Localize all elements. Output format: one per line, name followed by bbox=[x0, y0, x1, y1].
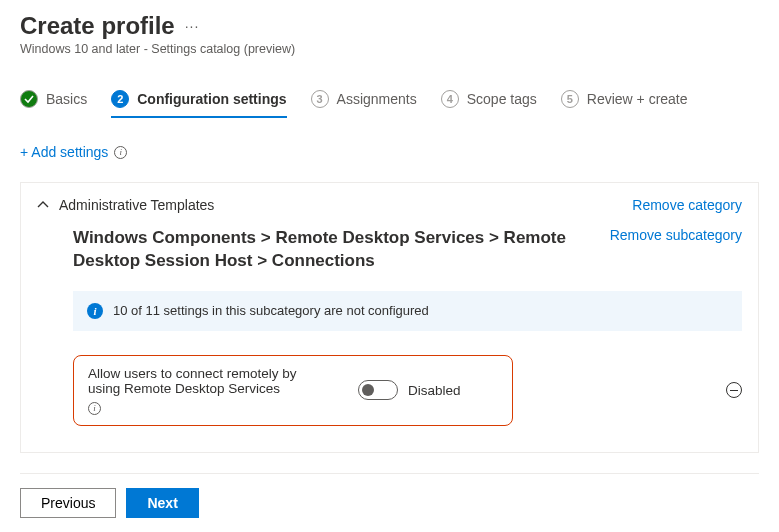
remove-subcategory-link[interactable]: Remove subcategory bbox=[610, 227, 742, 243]
tab-label: Review + create bbox=[587, 91, 688, 107]
remove-setting-icon[interactable] bbox=[726, 382, 742, 398]
info-banner: i 10 of 11 settings in this subcategory … bbox=[73, 291, 742, 331]
step-number-icon: 3 bbox=[311, 90, 329, 108]
check-icon bbox=[20, 90, 38, 108]
chevron-up-icon[interactable] bbox=[37, 199, 49, 211]
subcategory-breadcrumb: Windows Components > Remote Desktop Serv… bbox=[73, 227, 573, 273]
category-title: Administrative Templates bbox=[59, 197, 214, 213]
info-icon[interactable]: i bbox=[88, 402, 101, 415]
page-subtitle: Windows 10 and later - Settings catalog … bbox=[20, 42, 759, 56]
more-icon[interactable]: ··· bbox=[185, 18, 200, 34]
info-icon: i bbox=[87, 303, 103, 319]
toggle-state-label: Disabled bbox=[408, 383, 461, 398]
tab-label: Scope tags bbox=[467, 91, 537, 107]
setting-highlight: Allow users to connect remotely by using… bbox=[73, 355, 513, 426]
tab-label: Assignments bbox=[337, 91, 417, 107]
tab-basics[interactable]: Basics bbox=[20, 90, 87, 118]
tab-assignments[interactable]: 3 Assignments bbox=[311, 90, 417, 118]
wizard-footer: Previous Next bbox=[20, 473, 759, 518]
category-card: Administrative Templates Remove category… bbox=[20, 182, 759, 453]
remove-category-link[interactable]: Remove category bbox=[632, 197, 742, 213]
tab-configuration-settings[interactable]: 2 Configuration settings bbox=[111, 90, 286, 118]
info-icon[interactable]: i bbox=[114, 146, 127, 159]
info-banner-text: 10 of 11 settings in this subcategory ar… bbox=[113, 303, 429, 318]
step-number-icon: 5 bbox=[561, 90, 579, 108]
step-number-icon: 4 bbox=[441, 90, 459, 108]
setting-label: Allow users to connect remotely by using… bbox=[88, 366, 318, 415]
setting-row: Allow users to connect remotely by using… bbox=[73, 355, 742, 426]
wizard-tabs: Basics 2 Configuration settings 3 Assign… bbox=[20, 90, 759, 118]
tab-label: Configuration settings bbox=[137, 91, 286, 107]
tab-review-create[interactable]: 5 Review + create bbox=[561, 90, 688, 118]
tab-scope-tags[interactable]: 4 Scope tags bbox=[441, 90, 537, 118]
step-number-icon: 2 bbox=[111, 90, 129, 108]
toggle-knob-icon bbox=[362, 384, 374, 396]
tab-label: Basics bbox=[46, 91, 87, 107]
previous-button[interactable]: Previous bbox=[20, 488, 116, 518]
add-settings-link[interactable]: + Add settings i bbox=[20, 144, 759, 160]
next-button[interactable]: Next bbox=[126, 488, 198, 518]
add-settings-label: + Add settings bbox=[20, 144, 108, 160]
setting-toggle[interactable] bbox=[358, 380, 398, 400]
page-title: Create profile bbox=[20, 12, 175, 40]
